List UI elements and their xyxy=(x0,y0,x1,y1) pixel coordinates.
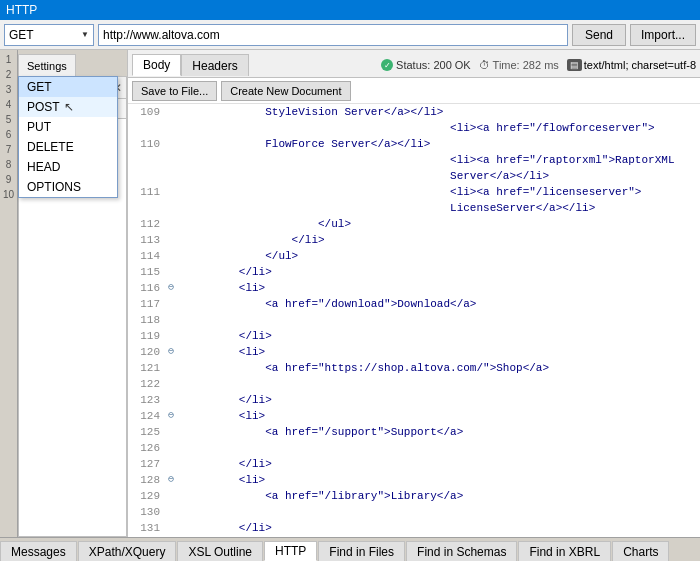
vtab-5: 5 xyxy=(1,112,17,127)
fold-icon[interactable]: ⊖ xyxy=(168,280,184,296)
line-content: <a href="https://shop.altova.com/">Shop<… xyxy=(184,360,700,376)
vtab-1: 1 xyxy=(1,52,17,67)
table-row: Server</a></li> xyxy=(128,168,700,184)
vtab-6: 6 xyxy=(1,127,17,142)
table-row: <li><a href="/flowforceserver"> xyxy=(128,120,700,136)
sidebar: Settings ✕ Value GET POST ↖ PUT DELETE xyxy=(18,50,128,537)
table-row: <li><a href="/raptorxml">RaptorXML xyxy=(128,152,700,168)
bottom-tab-http[interactable]: HTTP xyxy=(264,541,317,561)
tab-body[interactable]: Body xyxy=(132,54,181,76)
right-panel: Body Headers ✓ Status: 200 OK ⏱ Time: 28… xyxy=(128,50,700,537)
table-row: 129 <a href="/library">Library</a> xyxy=(128,488,700,504)
line-content: </li> xyxy=(184,456,700,472)
import-button[interactable]: Import... xyxy=(630,24,696,46)
line-number: 117 xyxy=(128,296,168,312)
table-row: 110 FlowForce Server</a></li> xyxy=(128,136,700,152)
line-content: </li> xyxy=(184,328,700,344)
dropdown-item-get[interactable]: GET xyxy=(19,77,117,97)
vertical-tabs: 1 2 3 4 5 6 7 8 9 10 xyxy=(0,50,18,537)
line-number: 120 xyxy=(128,344,168,360)
code-view[interactable]: 109 StyleVision Server</a></li> <li><a h… xyxy=(128,104,700,537)
table-row: LicenseServer</a></li> xyxy=(128,200,700,216)
fold-icon[interactable]: ⊖ xyxy=(168,408,184,424)
vtab-10: 10 xyxy=(1,187,17,202)
method-dropdown[interactable]: GET ▼ xyxy=(4,24,94,46)
content-type-display: ▤ text/html; charset=utf-8 xyxy=(567,59,696,71)
line-content: <li> xyxy=(184,280,700,296)
table-row: 120⊖ <li> xyxy=(128,344,700,360)
vtab-2: 2 xyxy=(1,67,17,82)
table-row: 116⊖ <li> xyxy=(128,280,700,296)
line-number: 110 xyxy=(128,136,168,152)
bottom-tab-charts[interactable]: Charts xyxy=(612,541,669,561)
line-content: </ul> xyxy=(184,216,700,232)
line-number: 109 xyxy=(128,104,168,120)
table-row: 109 StyleVision Server</a></li> xyxy=(128,104,700,120)
dropdown-arrow-icon: ▼ xyxy=(81,30,89,39)
line-content: </li> xyxy=(184,232,700,248)
table-row: 123 </li> xyxy=(128,392,700,408)
line-number: 121 xyxy=(128,360,168,376)
status-text: Status: 200 OK xyxy=(396,59,471,71)
line-content: <li><a href="/raptorxml">RaptorXML xyxy=(184,152,700,168)
save-to-file-button[interactable]: Save to File... xyxy=(132,81,217,101)
bottom-tab-messages[interactable]: Messages xyxy=(0,541,77,561)
dropdown-item-post[interactable]: POST ↖ xyxy=(19,97,117,117)
line-content: <li><a href="/licenseserver"> xyxy=(184,184,700,200)
line-content: Server</a></li> xyxy=(184,168,700,184)
line-content: LicenseServer</a></li> xyxy=(184,200,700,216)
send-button[interactable]: Send xyxy=(572,24,626,46)
line-content: </li> xyxy=(184,392,700,408)
line-content: <a href="/support">Support</a> xyxy=(184,424,700,440)
fold-icon[interactable]: ⊖ xyxy=(168,344,184,360)
line-number: 125 xyxy=(128,424,168,440)
sidebar-settings-tab[interactable]: Settings xyxy=(18,54,76,76)
dropdown-item-put[interactable]: PUT xyxy=(19,117,117,137)
line-number: 115 xyxy=(128,264,168,280)
create-new-doc-button[interactable]: Create New Document xyxy=(221,81,350,101)
line-number: 127 xyxy=(128,456,168,472)
line-number: 128 xyxy=(128,472,168,488)
line-number: 116 xyxy=(128,280,168,296)
title-label: HTTP xyxy=(6,3,37,17)
fold-icon[interactable]: ⊖ xyxy=(168,472,184,488)
bottom-tab-find-in-files[interactable]: Find in Files xyxy=(318,541,405,561)
cursor-icon: ↖ xyxy=(64,100,74,114)
line-number: 129 xyxy=(128,488,168,504)
bottom-tab-xpath-xquery[interactable]: XPath/XQuery xyxy=(78,541,177,561)
table-row: 115 </li> xyxy=(128,264,700,280)
dropdown-item-delete[interactable]: DELETE xyxy=(19,137,117,157)
table-row: 125 <a href="/support">Support</a> xyxy=(128,424,700,440)
title-bar: HTTP xyxy=(0,0,700,20)
line-content: StyleVision Server</a></li> xyxy=(184,104,700,120)
line-content: </li> xyxy=(184,264,700,280)
table-row: 114 </ul> xyxy=(128,248,700,264)
sidebar-tabs: Settings xyxy=(18,50,127,76)
bottom-tab-find-in-xbrl[interactable]: Find in XBRL xyxy=(518,541,611,561)
dropdown-item-options[interactable]: OPTIONS xyxy=(19,177,117,197)
line-number: 112 xyxy=(128,216,168,232)
table-row: 127 </li> xyxy=(128,456,700,472)
line-number: 111 xyxy=(128,184,168,200)
line-content: <li><a href="/flowforceserver"> xyxy=(184,120,700,136)
tab-headers[interactable]: Headers xyxy=(181,54,248,76)
dropdown-item-head[interactable]: HEAD xyxy=(19,157,117,177)
line-content: </ul> xyxy=(184,248,700,264)
time-display: ⏱ Time: 282 ms xyxy=(479,59,559,71)
method-value: GET xyxy=(9,28,34,42)
bottom-tab-find-in-schemas[interactable]: Find in Schemas xyxy=(406,541,517,561)
vtab-3: 3 xyxy=(1,82,17,97)
url-input[interactable] xyxy=(98,24,568,46)
bottom-tab-xsl-outline[interactable]: XSL Outline xyxy=(177,541,263,561)
table-row: 126 xyxy=(128,440,700,456)
table-row: 113 </li> xyxy=(128,232,700,248)
line-number: 122 xyxy=(128,376,168,392)
vtab-8: 8 xyxy=(1,157,17,172)
line-number: 130 xyxy=(128,504,168,520)
table-row: 130 xyxy=(128,504,700,520)
table-row: 119 </li> xyxy=(128,328,700,344)
line-number: 131 xyxy=(128,520,168,536)
line-content: <li> xyxy=(184,408,700,424)
vtab-7: 7 xyxy=(1,142,17,157)
action-bar: Save to File... Create New Document xyxy=(128,78,700,104)
